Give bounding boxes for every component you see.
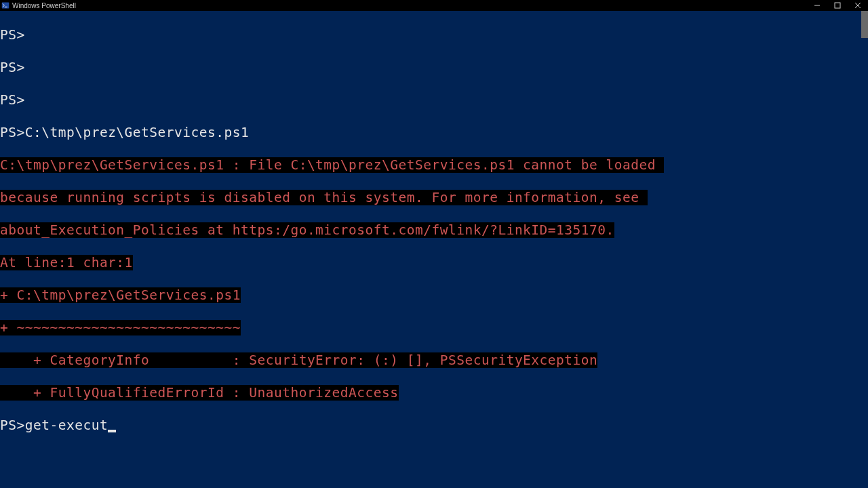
error-id: + FullyQualifiedErrorId : UnauthorizedAc… [0,385,399,401]
powershell-icon [1,1,9,9]
prompt: PS> [0,125,25,140]
window-controls [807,0,868,11]
svg-rect-2 [835,3,840,8]
error-line: + C:\tmp\prez\GetServices.ps1 [0,287,241,303]
terminal-window: PS> PS> PS> PS>C:\tmp\prez\GetServices.p… [0,11,868,488]
error-line: + ~~~~~~~~~~~~~~~~~~~~~~~~~~~ [0,320,241,336]
error-line: about_Execution_Policies at https:/go.mi… [0,222,614,238]
error-category: + CategoryInfo : SecurityError: (:) [], … [0,352,597,368]
error-line: C:\tmp\prez\GetServices.ps1 : File C:\tm… [0,157,664,173]
prompt: PS> [0,27,25,43]
error-line: At line:1 char:1 [0,255,133,270]
titlebar-left: Windows PowerShell [0,1,76,9]
current-input[interactable]: get-execut [25,418,108,433]
close-button[interactable] [848,0,868,11]
window-title: Windows PowerShell [12,2,76,9]
scrollbar-thumb[interactable] [861,11,868,38]
svg-rect-0 [2,3,9,9]
prompt: PS> [0,418,25,433]
executed-command: C:\tmp\prez\GetServices.ps1 [25,125,249,140]
maximize-button[interactable] [827,0,848,11]
cursor [108,430,116,432]
titlebar[interactable]: Windows PowerShell [0,0,868,11]
error-line: because running scripts is disabled on t… [0,190,648,205]
prompt: PS> [0,60,25,75]
minimize-button[interactable] [807,0,827,11]
terminal-output[interactable]: PS> PS> PS> PS>C:\tmp\prez\GetServices.p… [0,11,861,488]
scrollbar-track[interactable] [861,11,868,488]
prompt: PS> [0,92,25,108]
